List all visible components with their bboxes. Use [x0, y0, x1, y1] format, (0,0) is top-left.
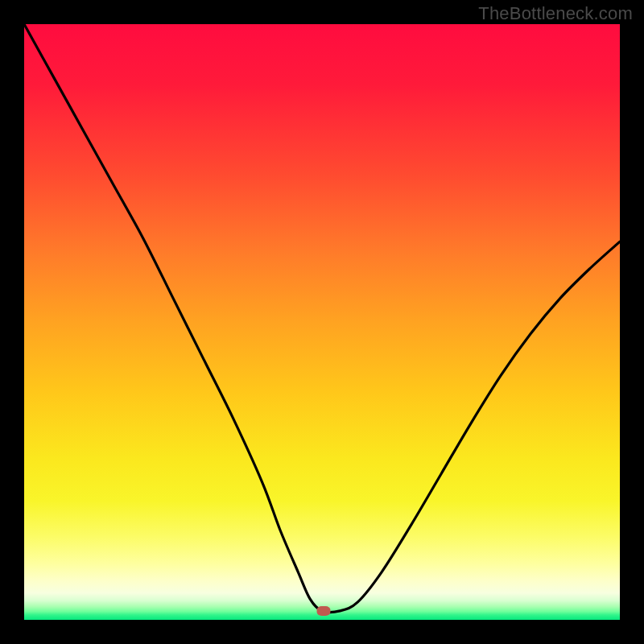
plot-area [24, 24, 620, 620]
optimal-point-marker [317, 606, 331, 616]
bottleneck-curve [24, 24, 620, 620]
watermark-text: TheBottleneck.com [478, 3, 633, 24]
chart-frame: TheBottleneck.com [0, 0, 644, 644]
